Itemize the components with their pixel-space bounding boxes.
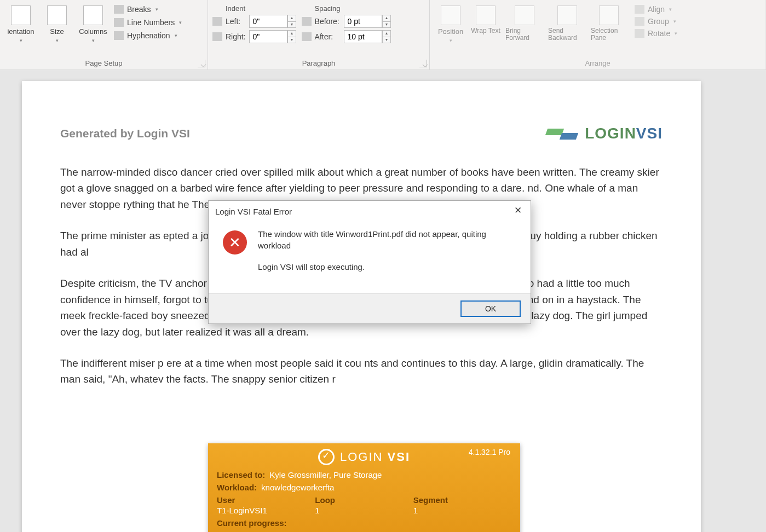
breaks-icon — [114, 5, 124, 14]
breaks-label: Breaks — [127, 5, 151, 14]
chevron-down-icon: ▾ — [669, 7, 672, 12]
dialog-titlebar: Login VSI Fatal Error ✕ — [209, 201, 531, 221]
group-label: Group — [648, 17, 669, 26]
position-label: Position — [438, 27, 463, 36]
selection-label: Selection Pane — [591, 27, 627, 42]
align-icon — [635, 5, 644, 14]
wrap-label: Wrap Text — [471, 27, 500, 34]
spacing-before-icon — [302, 17, 312, 26]
page-setup-dialog-launcher[interactable] — [198, 60, 205, 67]
indent-right-icon — [212, 32, 222, 41]
send-backward-button[interactable]: Send Backward — [547, 4, 588, 44]
bring-forward-button[interactable]: Bring Forward — [504, 4, 545, 44]
rotate-button[interactable]: Rotate ▾ — [633, 28, 678, 38]
indent-heading: Indent — [226, 4, 246, 13]
indent-left-input[interactable] — [249, 15, 287, 28]
spin-up[interactable]: ▴ — [287, 15, 296, 21]
selection-pane-icon — [599, 5, 619, 25]
bring-forward-icon — [515, 5, 534, 25]
wrap-text-icon — [476, 5, 496, 25]
spacing-after-input[interactable] — [344, 30, 382, 43]
columns-button[interactable]: Columns ▾ — [77, 4, 110, 44]
hyphenation-label: Hyphenation — [127, 31, 170, 40]
loginvsi-status-overlay: 4.1.32.1 Pro LOGIN VSI Licensed to: Kyle… — [208, 443, 520, 532]
position-button[interactable]: Position ▾ — [434, 4, 467, 44]
workload-label: Workload: — [217, 483, 257, 492]
document-header: Generated by Login VSI LOGINVSI — [60, 125, 663, 142]
dialog-message-line2: Login VSI will stop executing. — [258, 261, 520, 273]
loop-value: 1 — [315, 506, 413, 515]
spin-up[interactable]: ▴ — [382, 30, 391, 37]
send-backward-icon — [557, 5, 577, 25]
segment-label: Segment — [413, 495, 511, 505]
hyphenation-button[interactable]: Hyphenation ▾ — [113, 31, 183, 41]
orientation-icon — [11, 5, 31, 25]
spacing-before-input[interactable] — [344, 15, 382, 28]
group-button[interactable]: Group ▾ — [633, 16, 678, 26]
dialog-message: The window with title Winword1Print.pdf … — [258, 228, 520, 282]
loginvsi-logo: LOGINVSI — [546, 125, 663, 142]
loginvsi-mark-icon — [546, 125, 579, 142]
indent-right-spinner[interactable]: ▴▾ — [249, 30, 298, 43]
spacing-after-spinner[interactable]: ▴▾ — [344, 30, 393, 43]
chevron-down-icon: ▾ — [92, 38, 95, 43]
ribbon: ientation ▾ Size ▾ Columns ▾ Breaks ▾ — [0, 0, 766, 70]
dialog-close-button[interactable]: ✕ — [511, 205, 525, 217]
spin-down[interactable]: ▾ — [287, 37, 296, 43]
chevron-down-icon: ▾ — [673, 19, 676, 24]
chevron-down-icon: ▾ — [175, 33, 177, 38]
dialog-footer: OK — [209, 293, 531, 323]
orientation-button[interactable]: ientation ▾ — [4, 4, 37, 44]
indent-left-label: Left: — [226, 17, 246, 26]
user-label: User — [217, 495, 315, 505]
dialog-title-text: Login VSI Fatal Error — [215, 207, 292, 216]
size-button[interactable]: Size ▾ — [41, 4, 73, 44]
indent-right-label: Right: — [226, 32, 246, 41]
chevron-down-icon: ▾ — [675, 31, 677, 36]
spacing-before-spinner[interactable]: ▴▾ — [344, 15, 393, 28]
indent-right-input[interactable] — [249, 30, 287, 43]
chevron-down-icon: ▾ — [179, 20, 182, 25]
loginvsi-wordmark: LOGINVSI — [585, 125, 663, 142]
breaks-button[interactable]: Breaks ▾ — [113, 4, 183, 14]
send-label: Send Backward — [548, 27, 586, 42]
progress-label: Current progress: — [217, 518, 287, 528]
line-numbers-icon — [114, 18, 124, 27]
rotate-icon — [635, 29, 644, 38]
chevron-down-icon: ▾ — [450, 38, 452, 43]
paragraph-dialog-launcher[interactable] — [419, 60, 427, 67]
spin-up[interactable]: ▴ — [382, 15, 391, 21]
columns-label: Columns — [79, 27, 107, 36]
chevron-down-icon: ▾ — [56, 38, 59, 43]
ok-button[interactable]: OK — [460, 300, 521, 317]
dialog-body: ✕ The window with title Winword1Print.pd… — [209, 221, 531, 293]
chevron-down-icon: ▾ — [20, 38, 22, 43]
line-numbers-button[interactable]: Line Numbers ▾ — [113, 18, 183, 27]
bring-label: Bring Forward — [505, 27, 544, 42]
spin-down[interactable]: ▾ — [382, 37, 391, 43]
group-label-arrange: Arrange — [434, 57, 761, 68]
vsi-brand-2: VSI — [388, 450, 410, 464]
spacing-heading: Spacing — [315, 4, 341, 13]
position-icon — [441, 5, 460, 25]
spin-up[interactable]: ▴ — [287, 30, 296, 37]
licensed-value: Kyle Grossmiller, Pure Storage — [269, 470, 382, 479]
align-button[interactable]: Align ▾ — [633, 4, 678, 14]
licensed-label: Licensed to: — [217, 470, 265, 479]
vsi-logo-icon — [318, 449, 335, 465]
dialog-message-line1: The window with title Winword1Print.pdf … — [258, 228, 520, 251]
generated-by-text: Generated by Login VSI — [60, 127, 190, 140]
error-icon: ✕ — [223, 230, 247, 255]
orientation-label: ientation — [7, 27, 34, 36]
spin-down[interactable]: ▾ — [287, 21, 296, 28]
paragraph-4: The indifferent miser p ere at a time wh… — [60, 355, 663, 388]
wrap-text-button[interactable]: Wrap Text — [469, 4, 502, 44]
group-icon — [635, 17, 644, 26]
indent-left-spinner[interactable]: ▴▾ — [249, 15, 298, 28]
group-label-page-setup: Page Setup — [4, 57, 203, 68]
align-label: Align — [648, 5, 665, 14]
selection-pane-button[interactable]: Selection Pane — [590, 4, 628, 44]
spacing-before-label: Before: — [315, 17, 341, 26]
group-arrange: Position ▾ Wrap Text Bring Forward Send … — [430, 0, 766, 70]
spin-down[interactable]: ▾ — [382, 21, 391, 28]
